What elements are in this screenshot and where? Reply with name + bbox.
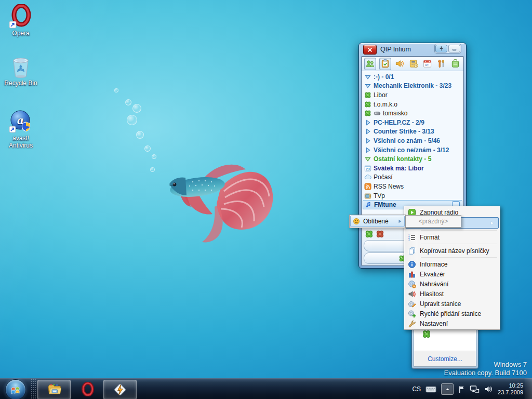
menu-item-ekvalizer[interactable]: Ekvalizér xyxy=(405,269,499,279)
toolbar-tools-button[interactable] xyxy=(436,58,447,70)
tray-action-center-icon[interactable] xyxy=(458,385,465,393)
row-icon xyxy=(364,147,371,154)
row-icon xyxy=(364,82,371,89)
menu-item-label: Nastavení xyxy=(420,320,448,327)
favorites-submenu: <prázdný> xyxy=(405,215,461,228)
menu-item-nastaveni[interactable]: Nastavení xyxy=(405,318,499,328)
qip-titlebar: QIP Infium xyxy=(359,43,466,56)
status-glyph xyxy=(376,230,384,238)
list-item[interactable]: t.o.m.k.o xyxy=(362,100,463,109)
taskbar-winamp-button[interactable] xyxy=(103,380,137,399)
desktop-icon-opera[interactable]: Opera xyxy=(1,4,41,37)
list-item[interactable]: Counter Strike - 3/13 xyxy=(362,127,463,137)
toolbar-icon: 1= xyxy=(422,59,432,69)
toolbar-calendar-button[interactable]: 1= xyxy=(422,58,433,70)
toolbar-icon xyxy=(380,59,390,69)
clock[interactable]: 10:25 23.7.2009 xyxy=(498,382,523,396)
desktop: Opera Recycle Bin a avast! Antivirus Win… xyxy=(0,0,532,399)
desktop-icon-label: avast! Antivirus xyxy=(1,135,41,149)
row-icon xyxy=(364,183,371,190)
list-item[interactable]: Všichni co ne/znám - 3/12 xyxy=(362,145,463,155)
watermark-line2: Evaluation copy. Build 7100 xyxy=(444,369,527,377)
desktop-icon-label: Recycle Bin xyxy=(1,79,41,87)
pin-button[interactable] xyxy=(435,45,447,52)
list-item[interactable]: Libor xyxy=(362,90,463,100)
tray-keyboard-icon[interactable] xyxy=(425,385,436,393)
menu-item-icon xyxy=(407,319,416,328)
qip-contact-area: :-) - 0/1 Mechanik Elektronik - 3/23 L xyxy=(362,71,463,227)
svg-text:3: 3 xyxy=(408,238,410,241)
list-item[interactable]: PC-HELP.CZ - 2/9 xyxy=(362,118,463,127)
row-icon xyxy=(364,101,371,108)
qip-contact-list: :-) - 0/1 Mechanik Elektronik - 3/23 L xyxy=(362,72,463,200)
desktop-icon-label: Opera xyxy=(1,30,41,37)
row-label: RSS News xyxy=(374,183,404,190)
tray-show-hidden-button[interactable] xyxy=(441,383,454,395)
taskbar-grip[interactable] xyxy=(30,379,36,399)
list-item[interactable]: :-) - 0/1 xyxy=(362,72,463,82)
bubble xyxy=(114,88,118,92)
menu-item-informace[interactable]: Informace xyxy=(405,259,499,269)
row-icon xyxy=(364,155,371,163)
row-label: TVp xyxy=(374,192,385,200)
list-item[interactable]: Počasí xyxy=(362,173,463,182)
customize-link[interactable]: Customize... xyxy=(428,355,462,363)
menu-item-format[interactable]: 123 Formát xyxy=(405,232,499,242)
favorites-menu-item[interactable]: Oblíbené xyxy=(350,216,405,227)
submenu-arrow-icon xyxy=(490,221,495,225)
toolbar-icon xyxy=(365,59,375,69)
list-item[interactable]: Všichni co znám - 5/46 xyxy=(362,136,463,145)
row-secondary-icon xyxy=(374,110,381,117)
toolbar-icon xyxy=(409,59,419,69)
taskbar: CS 10:25 23.7.2009 xyxy=(0,378,532,399)
bubble xyxy=(132,104,141,113)
svg-text:1=: 1= xyxy=(425,63,429,66)
desktop-icon-avast[interactable]: a avast! Antivirus xyxy=(1,109,41,149)
tray-network-icon[interactable] xyxy=(470,385,480,393)
minimize-button[interactable] xyxy=(448,45,460,52)
start-button[interactable] xyxy=(5,379,26,399)
app-icon xyxy=(113,382,127,397)
show-desktop-button[interactable] xyxy=(525,378,532,399)
list-item[interactable]: 23 Svátek má: Libor xyxy=(362,164,463,173)
window-title: QIP Infium xyxy=(380,46,411,53)
bubble xyxy=(136,131,144,139)
menu-item-kopirovat[interactable]: Kopírovat název písničky xyxy=(405,246,499,256)
list-item[interactable]: Ostatní kontakty - 5 xyxy=(362,154,463,164)
status-offline-icon[interactable] xyxy=(376,230,384,238)
bubble xyxy=(125,99,131,105)
tray-volume-icon[interactable] xyxy=(484,385,493,393)
list-item[interactable]: tomsisko xyxy=(362,109,463,118)
menu-item-label: Upravit stanice xyxy=(420,300,461,308)
row-icon xyxy=(364,91,371,99)
desktop-icon-recycle-bin[interactable]: Recycle Bin xyxy=(1,54,41,87)
toolbar-contacts-button[interactable] xyxy=(364,58,376,70)
menu-item-icon xyxy=(407,280,416,288)
taskbar-explorer-button[interactable] xyxy=(37,380,71,399)
toolbar-icon xyxy=(450,59,460,69)
close-button[interactable] xyxy=(363,45,377,55)
menu-item-upravit-stanice[interactable]: Upravit stanice xyxy=(405,299,499,309)
list-item[interactable]: TVp xyxy=(362,191,463,201)
row-icon xyxy=(364,119,371,126)
toolbar-sound-button[interactable] xyxy=(394,58,405,70)
menu-item-label: Ekvalizér xyxy=(420,271,445,278)
list-item[interactable]: Mechanik Elektronik - 3/23 xyxy=(362,82,463,91)
music-note-icon xyxy=(365,201,372,208)
status-online-icon[interactable] xyxy=(365,230,374,238)
menu-item-hlasitost[interactable]: Hlasitost xyxy=(405,289,499,299)
row-label: tomsisko xyxy=(383,110,407,117)
menu-item-rychle-pridani[interactable]: Rychlé přidání stanice xyxy=(405,309,499,318)
tray-glyph xyxy=(458,385,465,393)
clover-icon xyxy=(422,329,431,339)
app-icon xyxy=(81,382,95,396)
toolbar-notes-button[interactable] xyxy=(379,58,391,70)
toolbar-address-book-button[interactable] xyxy=(408,58,419,70)
qip-tray-icon[interactable] xyxy=(422,329,431,339)
taskbar-opera-button[interactable] xyxy=(74,380,102,398)
toolbar-plugins-button[interactable] xyxy=(450,58,461,70)
language-indicator[interactable]: CS xyxy=(412,385,421,393)
windows-flag-icon xyxy=(10,384,21,395)
menu-item-nahravani[interactable]: Nahrávání xyxy=(405,279,499,289)
list-item[interactable]: RSS News xyxy=(362,182,463,191)
